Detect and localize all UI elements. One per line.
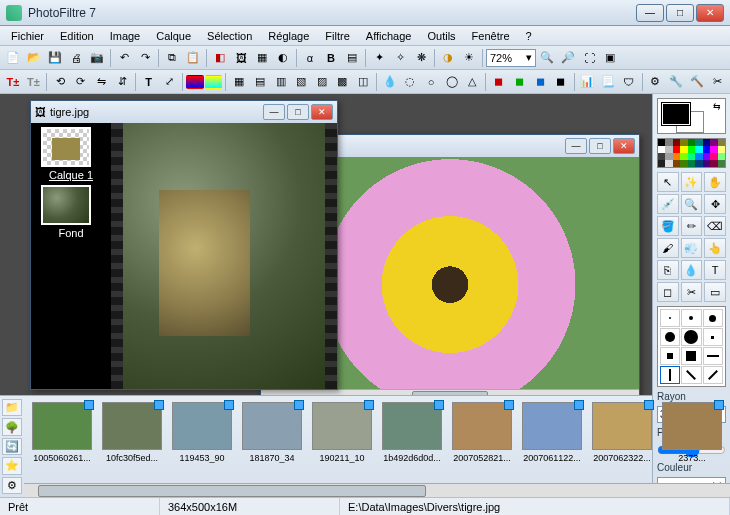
tool-airbrush-icon[interactable]: 💨 xyxy=(681,238,703,258)
palette-swatch[interactable] xyxy=(703,146,710,153)
tool-brush-icon[interactable]: 🖌 xyxy=(657,238,679,258)
redo-icon[interactable]: ↷ xyxy=(135,48,155,68)
tool-crop-icon[interactable]: ✂ xyxy=(681,282,703,302)
zoom-combo[interactable]: 72%▾ xyxy=(486,49,536,67)
sub-maximize-button[interactable]: □ xyxy=(287,104,309,120)
gradient2-icon[interactable] xyxy=(205,75,223,89)
thumbnail-item[interactable]: 2007052821... xyxy=(450,402,514,477)
tool-shape-icon[interactable]: ◻ xyxy=(657,282,679,302)
layer-item[interactable]: Calque 1 xyxy=(41,127,101,181)
browser-refresh-icon[interactable]: 🔄 xyxy=(2,438,22,455)
text-tool-icon[interactable]: T xyxy=(139,72,159,92)
maximize-button[interactable]: □ xyxy=(666,4,694,22)
fx1-icon[interactable]: ✦ xyxy=(369,48,389,68)
palette-swatch[interactable] xyxy=(718,153,725,160)
palette-swatch[interactable] xyxy=(680,160,687,167)
thumbnail-item[interactable]: 2007062322... xyxy=(590,402,654,477)
palette-swatch[interactable] xyxy=(688,160,695,167)
text-bright-icon[interactable]: T± xyxy=(3,72,23,92)
italic-icon[interactable]: ▤ xyxy=(342,48,362,68)
drop1-icon[interactable]: 💧 xyxy=(380,72,400,92)
paste-icon[interactable]: 📋 xyxy=(183,48,203,68)
palette-swatch[interactable] xyxy=(658,160,665,167)
layer-icon[interactable]: ▦ xyxy=(252,48,272,68)
palette-swatch[interactable] xyxy=(658,153,665,160)
image-icon[interactable]: 🖼 xyxy=(231,48,251,68)
palette-swatch[interactable] xyxy=(695,153,702,160)
menu-fenetre[interactable]: Fenêtre xyxy=(465,28,517,44)
tool-magnifier-icon[interactable]: 🔍 xyxy=(681,194,703,214)
drop2-icon[interactable]: ◌ xyxy=(401,72,421,92)
alpha-icon[interactable]: α xyxy=(300,48,320,68)
palette-swatch[interactable] xyxy=(695,160,702,167)
open-icon[interactable]: 📂 xyxy=(24,48,44,68)
p2-icon[interactable]: 🔧 xyxy=(666,72,686,92)
thumbnail-item[interactable]: 181870_34 xyxy=(240,402,304,477)
text-dim-icon[interactable]: T± xyxy=(24,72,44,92)
tool-blur-icon[interactable]: 💧 xyxy=(681,260,703,280)
browser-tree-icon[interactable]: 🌳 xyxy=(2,418,22,435)
flip-h-icon[interactable]: ⇋ xyxy=(92,72,112,92)
tool-wand-icon[interactable]: ✨ xyxy=(681,172,703,192)
palette-swatch[interactable] xyxy=(703,153,710,160)
brush-dot-5[interactable] xyxy=(681,328,701,346)
palette-swatch[interactable] xyxy=(665,139,672,146)
shield-icon[interactable]: 🛡 xyxy=(619,72,639,92)
grid1-icon[interactable]: ▦ xyxy=(229,72,249,92)
palette-swatch[interactable] xyxy=(688,139,695,146)
thumbnail-item[interactable]: 1b492d6d0d... xyxy=(380,402,444,477)
palette-swatch[interactable] xyxy=(718,139,725,146)
sq4-icon[interactable]: ◼ xyxy=(551,72,571,92)
thumbnail-item[interactable]: 190211_10 xyxy=(310,402,374,477)
palette-swatch[interactable] xyxy=(665,153,672,160)
brush-sq-3[interactable] xyxy=(681,347,701,365)
sq2-icon[interactable]: ◼ xyxy=(510,72,530,92)
brush-diag-1[interactable] xyxy=(681,366,701,384)
palette-swatch[interactable] xyxy=(680,139,687,146)
tool-pointer-icon[interactable]: ↖ xyxy=(657,172,679,192)
menu-affichage[interactable]: Affichage xyxy=(359,28,419,44)
palette-swatch[interactable] xyxy=(718,146,725,153)
zoom-in-icon[interactable]: 🔎 xyxy=(558,48,578,68)
thumbnail-item[interactable]: 1005060261... xyxy=(30,402,94,477)
tool-picker-icon[interactable]: 💉 xyxy=(657,194,679,214)
tool-hand-icon[interactable]: ✋ xyxy=(704,172,726,192)
color-selector[interactable]: ⇆ xyxy=(657,98,726,134)
canvas-tigre[interactable] xyxy=(111,123,337,389)
menu-help[interactable]: ? xyxy=(519,28,539,44)
palette-swatch[interactable] xyxy=(673,153,680,160)
flip-v-icon[interactable]: ⇵ xyxy=(112,72,132,92)
brush-dot-3[interactable] xyxy=(703,309,723,327)
page-icon[interactable]: 📃 xyxy=(598,72,618,92)
palette-swatch[interactable] xyxy=(703,139,710,146)
brush-sq-2[interactable] xyxy=(660,347,680,365)
grid5-icon[interactable]: ▨ xyxy=(312,72,332,92)
palette-swatch[interactable] xyxy=(695,139,702,146)
gradient1-icon[interactable] xyxy=(186,75,204,89)
palette-swatch[interactable] xyxy=(658,146,665,153)
palette-swatch[interactable] xyxy=(688,146,695,153)
thumbnail-item[interactable]: 119453_90 xyxy=(170,402,234,477)
tool-eraser-icon[interactable]: ⌫ xyxy=(704,216,726,236)
browser-settings-icon[interactable]: ⚙ xyxy=(2,477,22,494)
grid7-icon[interactable]: ◫ xyxy=(353,72,373,92)
layer-item[interactable]: Fond xyxy=(41,185,101,239)
triangle-icon[interactable]: △ xyxy=(462,72,482,92)
tool-fill-icon[interactable]: 🪣 xyxy=(657,216,679,236)
palette-swatch[interactable] xyxy=(658,139,665,146)
adjust-icon[interactable]: ◑ xyxy=(438,48,458,68)
foreground-color-swatch[interactable] xyxy=(662,103,690,125)
sq3-icon[interactable]: ◼ xyxy=(530,72,550,92)
menu-fichier[interactable]: Fichier xyxy=(4,28,51,44)
palette-swatch[interactable] xyxy=(710,160,717,167)
browser-scrollbar[interactable] xyxy=(24,483,730,497)
minimize-button[interactable]: — xyxy=(636,4,664,22)
menu-image[interactable]: Image xyxy=(103,28,148,44)
menu-edition[interactable]: Edition xyxy=(53,28,101,44)
palette-swatch[interactable] xyxy=(695,146,702,153)
tool-pen-icon[interactable]: ✏ xyxy=(681,216,703,236)
sq1-icon[interactable]: ◼ xyxy=(489,72,509,92)
undo-icon[interactable]: ↶ xyxy=(114,48,134,68)
print-icon[interactable]: 🖨 xyxy=(66,48,86,68)
fit-icon[interactable]: ⛶ xyxy=(579,48,599,68)
